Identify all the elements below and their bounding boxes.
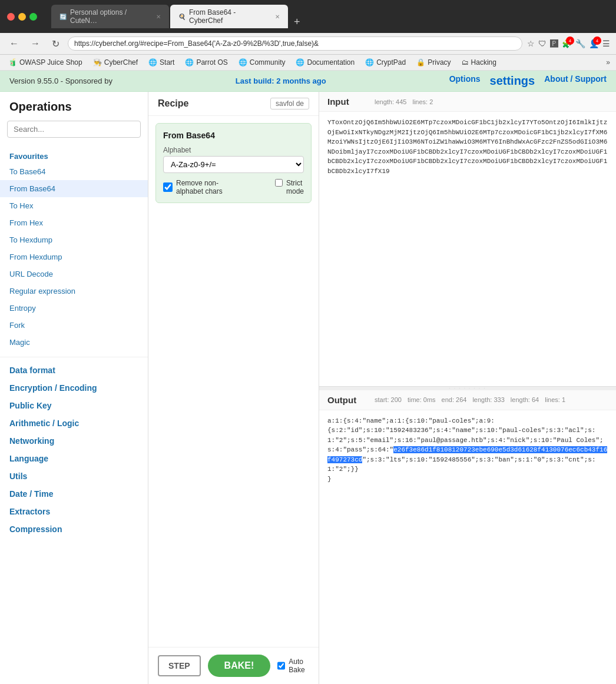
options-link[interactable]: Options: [449, 74, 481, 88]
bookmark-hacking-label: Hacking: [471, 58, 496, 67]
remove-non-label: Remove non-alphabet chars: [176, 179, 223, 195]
input-lines: lines: 2: [412, 98, 433, 105]
content-area: Recipe savfol de From Base64 Alphabet A-…: [148, 92, 616, 684]
bookmark-cyberchef[interactable]: 👨‍🍳 CyberChef: [91, 57, 140, 68]
sidebar-item-fork[interactable]: Fork: [0, 317, 148, 334]
extensions-icon[interactable]: 🧩 4: [562, 39, 572, 48]
sidebar-item-from-hex[interactable]: From Hex: [0, 214, 148, 231]
sidebar-category-public-key[interactable]: Public Key: [0, 395, 148, 413]
sidebar-divider-1: [0, 357, 148, 357]
output-panel-header: Output start: 200 time: 0ms end: 264 len…: [319, 390, 616, 410]
io-panels: Input length: 445 lines: 2 YToxOntzOjQ6I…: [319, 92, 616, 684]
alphabet-select[interactable]: A-Za-z0-9+/=: [163, 156, 304, 173]
tab-title-2: From Base64 - CyberChef: [189, 8, 269, 25]
recipe-step-title: From Base64: [163, 131, 304, 140]
output-lines: lines: 1: [545, 396, 565, 403]
last-build-text: Last build: 2 months ago: [236, 77, 326, 85]
main-layout: Operations Favourites To Base64 From Bas…: [0, 92, 616, 684]
remove-non-checkbox[interactable]: [163, 182, 173, 192]
tab-personal-options[interactable]: 🔄 Personal options / CuteN… ✕: [51, 5, 169, 28]
recipe-panel: Recipe savfol de From Base64 Alphabet A-…: [148, 92, 319, 684]
bookmark-cryptpad[interactable]: 🌐 CryptPad: [363, 57, 408, 68]
tab-title-1: Personal options / CuteN…: [70, 8, 150, 25]
input-meta: length: 445 lines: 2: [375, 98, 433, 105]
sidebar-category-extractors[interactable]: Extractors: [0, 501, 148, 519]
strict-mode-checkbox[interactable]: [275, 179, 283, 187]
input-content[interactable]: YToxOntzOjQ6Im5hbWUiO2E6MTp7czoxMDoicGF1…: [319, 112, 616, 386]
output-panel-title: Output: [327, 395, 369, 405]
sidebar-item-url-decode[interactable]: URL Decode: [0, 265, 148, 283]
sidebar-item-to-hexdump[interactable]: To Hexdump: [0, 231, 148, 248]
sidebar-category-language[interactable]: Language: [0, 448, 148, 466]
tab-close-1[interactable]: ✕: [156, 14, 161, 20]
sidebar-item-entropy[interactable]: Entropy: [0, 300, 148, 317]
sidebar-category-utils[interactable]: Utils: [0, 466, 148, 483]
sidebar-item-to-hex[interactable]: To Hex: [0, 197, 148, 214]
pocket-icon[interactable]: 🅿: [550, 39, 558, 48]
auto-bake-label: Auto Bake: [289, 658, 309, 674]
search-input[interactable]: [7, 121, 141, 138]
back-button[interactable]: ←: [6, 37, 22, 50]
sidebar-category-encryption[interactable]: Encryption / Encoding: [0, 377, 148, 395]
bookmark-start-label: Start: [160, 58, 174, 67]
toolbar-icons: ☆ 🛡 🅿 🧩 4 🔧 👤 4 ☰: [527, 39, 610, 48]
save-recipe-button[interactable]: savfol de: [270, 98, 309, 109]
shield-icon[interactable]: 🛡: [538, 39, 547, 48]
bookmark-privacy[interactable]: 🔒 Privacy: [414, 57, 453, 68]
tab-close-2[interactable]: ✕: [275, 14, 280, 20]
recipe-content: From Base64 Alphabet A-Za-z0-9+/=: [148, 116, 319, 647]
input-panel-header: Input length: 445 lines: 2: [319, 92, 616, 112]
bookmark-start[interactable]: 🌐 Start: [146, 57, 177, 68]
sidebar-item-from-base64[interactable]: From Base64: [0, 180, 148, 197]
output-content-after: ";s:3:"lts";s:10:"1592485556";s:3:"ban";…: [327, 456, 596, 483]
about-link[interactable]: About / Support: [544, 74, 607, 88]
auto-bake-checkbox[interactable]: [277, 661, 285, 670]
tools-icon[interactable]: 🔧: [575, 39, 585, 48]
profile-badge: 4: [593, 36, 601, 45]
browser-titlebar: 🔄 Personal options / CuteN… ✕ 🍳 From Bas…: [0, 0, 616, 33]
bookmark-owasp[interactable]: 🧃 OWASP Juice Shop: [6, 57, 85, 68]
sidebar-item-from-hexdump[interactable]: From Hexdump: [0, 248, 148, 265]
sidebar: Operations Favourites To Base64 From Bas…: [0, 92, 148, 684]
sidebar-item-to-base64[interactable]: To Base64: [0, 163, 148, 180]
tab-cyberchef[interactable]: 🍳 From Base64 - CyberChef ✕: [170, 5, 288, 28]
bookmark-start-icon: 🌐: [148, 58, 157, 67]
settings-link[interactable]: settings: [490, 74, 535, 88]
maximize-window-button[interactable]: [29, 13, 37, 21]
bookmarks-more-icon[interactable]: »: [606, 58, 610, 67]
alphabet-label: Alphabet: [163, 146, 304, 154]
bookmark-owasp-icon: 🧃: [8, 58, 17, 67]
sidebar-category-datetime[interactable]: Date / Time: [0, 483, 148, 501]
profile-icon[interactable]: 👤 4: [589, 39, 599, 48]
bake-button[interactable]: BAKE!: [208, 655, 271, 677]
bookmark-cryptpad-icon: 🌐: [365, 58, 374, 67]
bookmark-privacy-label: Privacy: [428, 58, 451, 67]
input-panel-title: Input: [327, 97, 369, 107]
sidebar-item-magic[interactable]: Magic: [0, 334, 148, 351]
bookmark-hacking[interactable]: 🗂 Hacking: [459, 57, 499, 68]
bookmark-parrot[interactable]: 🌐 Parrot OS: [183, 57, 230, 68]
new-tab-button[interactable]: +: [289, 16, 305, 28]
step-button[interactable]: STEP: [158, 655, 201, 676]
sidebar-category-networking[interactable]: Networking: [0, 430, 148, 448]
favourites-header[interactable]: Favourites: [0, 147, 148, 163]
output-content[interactable]: a:1:{s:4:"name";a:1:{s:10:"paul-coles";a…: [319, 410, 616, 685]
traffic-lights: [7, 13, 37, 21]
sidebar-category-arithmetic[interactable]: Arithmetic / Logic: [0, 413, 148, 430]
bookmark-community[interactable]: 🌐 Community: [236, 57, 288, 68]
sidebar-category-compression[interactable]: Compression: [0, 519, 148, 536]
sidebar-item-regexp[interactable]: Regular expression: [0, 283, 148, 300]
bookmark-cyberchef-label: CyberChef: [104, 58, 138, 67]
url-bar[interactable]: [68, 36, 522, 51]
forward-button[interactable]: →: [27, 37, 44, 50]
app-container: Version 9.55.0 - Sponsored by Last build…: [0, 71, 616, 684]
tab-favicon-2: 🍳: [178, 14, 186, 20]
sidebar-category-data-format[interactable]: Data format: [0, 360, 148, 377]
bookmark-star-icon[interactable]: ☆: [527, 39, 535, 48]
bookmark-community-label: Community: [250, 58, 286, 67]
reload-button[interactable]: ↻: [48, 37, 63, 51]
minimize-window-button[interactable]: [18, 13, 26, 21]
menu-icon[interactable]: ☰: [602, 39, 610, 48]
close-window-button[interactable]: [7, 13, 15, 21]
bookmark-documentation[interactable]: 🌐 Documentation: [293, 57, 357, 68]
